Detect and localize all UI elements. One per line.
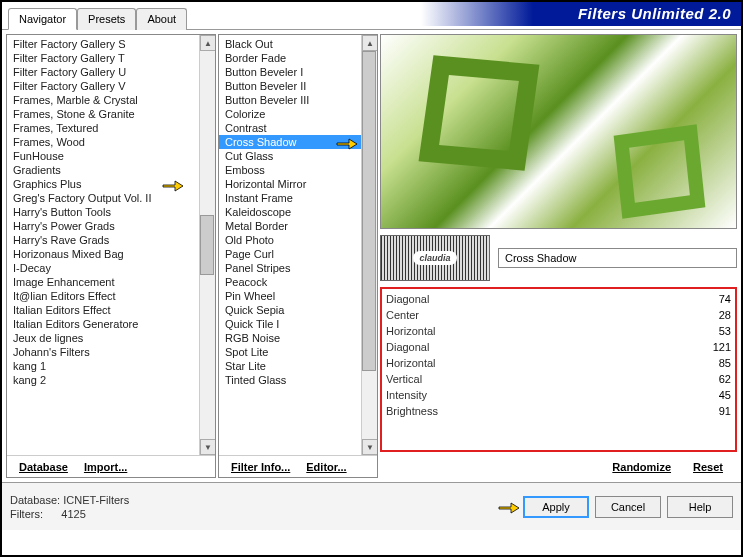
param-row[interactable]: Diagonal74 xyxy=(386,291,731,307)
param-row[interactable]: Horizontal85 xyxy=(386,355,731,371)
category-item[interactable]: Image Enhancement xyxy=(7,275,215,289)
filter-item[interactable]: Cut Glass xyxy=(219,149,377,163)
param-label: Diagonal xyxy=(386,341,429,353)
category-item[interactable]: Johann's Filters xyxy=(7,345,215,359)
category-item[interactable]: Filter Factory Gallery T xyxy=(7,51,215,65)
param-label: Horizontal xyxy=(386,357,436,369)
tab-presets[interactable]: Presets xyxy=(77,8,136,30)
scroll-up-icon[interactable]: ▲ xyxy=(200,35,215,51)
param-row[interactable]: Intensity45 xyxy=(386,387,731,403)
scroll-thumb[interactable] xyxy=(362,51,376,371)
category-item[interactable]: Frames, Textured xyxy=(7,121,215,135)
category-item[interactable]: Filter Factory Gallery S xyxy=(7,37,215,51)
filter-panel: Black OutBorder FadeButton Beveler IButt… xyxy=(218,34,378,478)
category-item[interactable]: FunHouse xyxy=(7,149,215,163)
category-item[interactable]: Harry's Power Grads xyxy=(7,219,215,233)
category-item[interactable]: Jeux de lignes xyxy=(7,331,215,345)
category-item[interactable]: It@lian Editors Effect xyxy=(7,289,215,303)
parameter-group: Diagonal74Center28Horizontal53Diagonal12… xyxy=(380,287,737,452)
category-item[interactable]: Harry's Rave Grads xyxy=(7,233,215,247)
cancel-button[interactable]: Cancel xyxy=(595,496,661,518)
filter-item[interactable]: Black Out xyxy=(219,37,377,51)
filter-item[interactable]: Button Beveler I xyxy=(219,65,377,79)
filter-item[interactable]: Tinted Glass xyxy=(219,373,377,387)
preview-panel: claudia Cross Shadow Diagonal74Center28H… xyxy=(380,34,737,478)
param-label: Vertical xyxy=(386,373,422,385)
tab-about[interactable]: About xyxy=(136,8,187,30)
scroll-down-icon[interactable]: ▼ xyxy=(200,439,215,455)
help-button[interactable]: Help xyxy=(667,496,733,518)
filter-info-button[interactable]: Filter Info... xyxy=(225,459,296,475)
category-list: Filter Factory Gallery SFilter Factory G… xyxy=(7,35,215,455)
app-title: Filters Unlimited 2.0 xyxy=(421,2,741,26)
filter-item[interactable]: Contrast xyxy=(219,121,377,135)
apply-button[interactable]: Apply xyxy=(523,496,589,518)
filter-item[interactable]: Old Photo xyxy=(219,233,377,247)
param-value: 45 xyxy=(719,389,731,401)
filter-item[interactable]: Panel Stripes xyxy=(219,261,377,275)
category-scrollbar[interactable]: ▲ ▼ xyxy=(199,35,215,455)
param-row[interactable]: Center28 xyxy=(386,307,731,323)
filter-item[interactable]: Emboss xyxy=(219,163,377,177)
param-row[interactable]: Vertical62 xyxy=(386,371,731,387)
scroll-thumb[interactable] xyxy=(200,215,214,275)
import-button[interactable]: Import... xyxy=(78,459,133,475)
category-item[interactable]: Italian Editors Effect xyxy=(7,303,215,317)
filter-item[interactable]: Colorize xyxy=(219,107,377,121)
filter-item[interactable]: Button Beveler II xyxy=(219,79,377,93)
scroll-up-icon[interactable]: ▲ xyxy=(362,35,377,51)
filter-item[interactable]: Pin Wheel xyxy=(219,289,377,303)
filter-item[interactable]: Star Lite xyxy=(219,359,377,373)
category-item[interactable]: Graphics Plus xyxy=(7,177,215,191)
param-label: Horizontal xyxy=(386,325,436,337)
footer-info: Database: ICNET-Filters Filters: 4125 xyxy=(10,493,129,521)
pointing-hand-icon xyxy=(497,498,521,516)
param-label: Center xyxy=(386,309,419,321)
filter-item[interactable]: Quick Sepia xyxy=(219,303,377,317)
filter-item[interactable]: Border Fade xyxy=(219,51,377,65)
filter-item[interactable]: RGB Noise xyxy=(219,331,377,345)
filter-scrollbar[interactable]: ▲ ▼ xyxy=(361,35,377,455)
editor-button[interactable]: Editor... xyxy=(300,459,352,475)
category-item[interactable]: Harry's Button Tools xyxy=(7,205,215,219)
param-label: Intensity xyxy=(386,389,427,401)
category-item[interactable]: Filter Factory Gallery V xyxy=(7,79,215,93)
filter-item[interactable]: Instant Frame xyxy=(219,191,377,205)
category-item[interactable]: Frames, Marble & Crystal xyxy=(7,93,215,107)
category-item[interactable]: Filter Factory Gallery U xyxy=(7,65,215,79)
category-item[interactable]: Greg's Factory Output Vol. II xyxy=(7,191,215,205)
category-item[interactable]: Gradients xyxy=(7,163,215,177)
filter-item[interactable]: Quick Tile I xyxy=(219,317,377,331)
category-item[interactable]: kang 2 xyxy=(7,373,215,387)
param-row[interactable]: Brightness91 xyxy=(386,403,731,419)
category-item[interactable]: Horizonaus Mixed Bag xyxy=(7,247,215,261)
reset-button[interactable]: Reset xyxy=(687,459,729,475)
tab-navigator[interactable]: Navigator xyxy=(8,8,77,30)
category-item[interactable]: I-Decay xyxy=(7,261,215,275)
category-item[interactable]: kang 1 xyxy=(7,359,215,373)
filter-item[interactable]: Button Beveler III xyxy=(219,93,377,107)
filter-item[interactable]: Kaleidoscope xyxy=(219,205,377,219)
param-row[interactable]: Horizontal53 xyxy=(386,323,731,339)
filter-item[interactable]: Cross Shadow xyxy=(219,135,377,149)
param-value: 62 xyxy=(719,373,731,385)
param-value: 28 xyxy=(719,309,731,321)
scroll-down-icon[interactable]: ▼ xyxy=(362,439,377,455)
filter-item[interactable]: Peacock xyxy=(219,275,377,289)
filter-item[interactable]: Page Curl xyxy=(219,247,377,261)
category-item[interactable]: Italian Editors Generatore xyxy=(7,317,215,331)
filter-item[interactable]: Metal Border xyxy=(219,219,377,233)
filter-item[interactable]: Horizontal Mirror xyxy=(219,177,377,191)
category-item[interactable]: Frames, Stone & Granite xyxy=(7,107,215,121)
database-button[interactable]: Database xyxy=(13,459,74,475)
randomize-button[interactable]: Randomize xyxy=(606,459,677,475)
param-value: 121 xyxy=(713,341,731,353)
filter-item[interactable]: Spot Lite xyxy=(219,345,377,359)
param-row[interactable]: Diagonal121 xyxy=(386,339,731,355)
param-value: 74 xyxy=(719,293,731,305)
param-label: Diagonal xyxy=(386,293,429,305)
category-item[interactable]: Frames, Wood xyxy=(7,135,215,149)
author-logo: claudia xyxy=(380,235,490,281)
param-value: 85 xyxy=(719,357,731,369)
category-panel: Filter Factory Gallery SFilter Factory G… xyxy=(6,34,216,478)
